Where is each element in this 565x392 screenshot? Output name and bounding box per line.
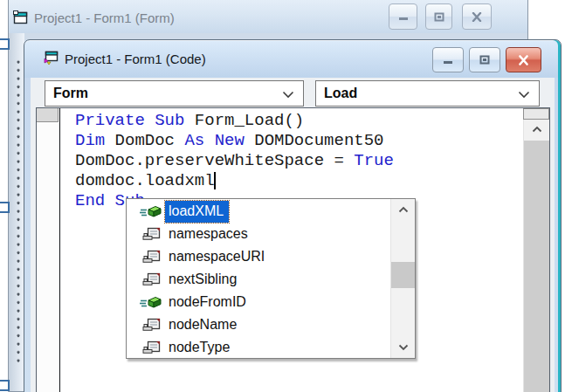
intellisense-list: loadXML namespaces namespaceURI nextSi [127, 200, 390, 359]
method-icon [127, 295, 165, 309]
scrollbar-thumb[interactable] [524, 141, 549, 392]
form-icon [13, 10, 29, 24]
intellisense-scroll-thumb[interactable] [391, 262, 415, 288]
intellisense-scroll-down[interactable] [391, 337, 415, 358]
code-token: Form_Load() [195, 111, 304, 130]
code-token: As New [184, 131, 254, 150]
intellisense-item[interactable]: namespaces [127, 223, 390, 245]
editor-vscrollbar[interactable] [523, 108, 549, 392]
form-window-titlebar[interactable]: Project1 - Form1 (Form) [9, 0, 527, 33]
intellisense-item-label: nodeName [165, 314, 242, 336]
editor-margin [37, 108, 60, 392]
code-close-button[interactable] [506, 47, 541, 72]
code-maximize-button[interactable] [469, 47, 500, 72]
property-icon [127, 340, 165, 354]
object-dropdown-value: Form [53, 86, 88, 101]
code-line: domdoc.loadxml [75, 171, 394, 191]
code-window-icon [43, 51, 59, 69]
code-token: domdoc.loadxml [75, 171, 215, 190]
vb-ide-canvas: Project1 - Form1 (Form) [0, 0, 565, 392]
intellisense-item[interactable]: namespaceURI [127, 245, 390, 268]
intellisense-item-label: nodeType [165, 337, 235, 359]
intellisense-item[interactable]: nextSibling [127, 268, 390, 291]
form-resize-handle[interactable] [0, 202, 10, 213]
intellisense-item-label: namespaces [165, 224, 253, 245]
intellisense-popup: loadXML namespaces namespaceURI nextSi [126, 198, 416, 359]
code-token: DomDoc.preserveWhiteSpace = [75, 151, 354, 170]
intellisense-item-label: nodeFromID [165, 292, 251, 313]
code-line: Private Sub Form_Load() [75, 111, 394, 131]
code-text: Private Sub Form_Load()Dim DomDoc As New… [75, 111, 394, 211]
intellisense-item[interactable]: loadXML [127, 200, 390, 223]
code-token: True [354, 151, 394, 170]
procedure-dropdown-value: Load [324, 86, 357, 101]
chevron-up-icon [532, 126, 542, 133]
property-icon [127, 272, 165, 286]
form-resize-handle[interactable] [0, 38, 10, 50]
maximize-icon [479, 55, 490, 65]
minimize-icon [443, 56, 453, 65]
chevron-down-icon [518, 91, 530, 99]
chevron-down-icon [398, 344, 409, 351]
intellisense-item[interactable]: nodeType [127, 336, 390, 359]
object-dropdown[interactable]: Form [45, 80, 304, 107]
intellisense-item-label: nextSibling [165, 269, 242, 291]
property-icon [127, 250, 165, 264]
code-minimize-button[interactable] [432, 47, 464, 72]
code-token: Private Sub [75, 111, 195, 130]
method-icon [127, 204, 165, 218]
form-maximize-button[interactable] [425, 3, 452, 30]
intellisense-item-label: namespaceURI [165, 246, 270, 268]
form-designer-edge [9, 33, 24, 391]
splitter-handle[interactable] [523, 108, 549, 120]
code-token: DomDoc [115, 131, 185, 150]
minimize-icon [398, 12, 409, 21]
property-icon [127, 227, 165, 241]
code-window-title: Project1 - Form1 (Code) [65, 52, 206, 66]
code-window-titlebar[interactable]: Project1 - Form1 (Code) [24, 40, 561, 78]
close-icon [472, 12, 482, 22]
code-line: Dim DomDoc As New DOMDocument50 [75, 131, 394, 151]
chevron-up-icon [398, 206, 409, 213]
code-line: DomDoc.preserveWhiteSpace = True [75, 151, 394, 171]
intellisense-item[interactable]: nodeName [127, 313, 390, 336]
form-minimize-button[interactable] [389, 3, 417, 30]
code-token: Dim [75, 131, 115, 150]
property-icon [127, 318, 165, 332]
intellisense-item-label: loadXML [165, 201, 229, 223]
intellisense-scroll-up[interactable] [391, 199, 415, 220]
text-cursor [214, 172, 216, 189]
close-icon [518, 55, 529, 65]
form-window-icon [13, 10, 29, 28]
chevron-down-icon [282, 91, 294, 99]
form-close-button[interactable] [462, 3, 492, 30]
procedure-dropdown[interactable]: Load [315, 80, 540, 107]
intellisense-item[interactable]: nodeFromID [127, 291, 390, 313]
editor-margin-box [37, 108, 59, 122]
maximize-icon [434, 12, 444, 22]
code-icon [43, 51, 59, 65]
form-window-title: Project1 - Form1 (Form) [34, 10, 175, 25]
form-resize-handle[interactable] [0, 380, 10, 391]
form-grid-dots [9, 58, 24, 365]
code-token: DOMDocument50 [254, 131, 383, 150]
intellisense-scrollbar[interactable] [390, 199, 415, 358]
scroll-up-button[interactable] [524, 120, 549, 139]
